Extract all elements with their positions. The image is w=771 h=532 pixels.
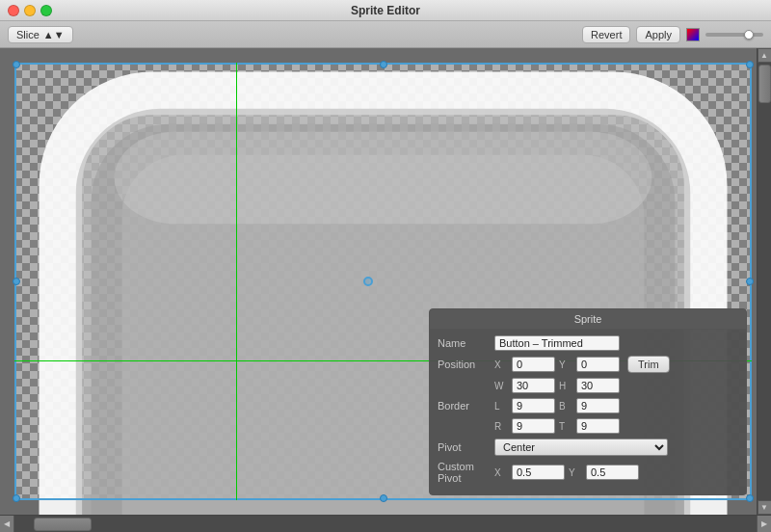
cp-x-label: X: [494, 467, 508, 478]
h-label: H: [559, 381, 572, 391]
y-label: Y: [559, 359, 572, 370]
zoom-slider[interactable]: [705, 33, 763, 37]
dropdown-arrow-icon: ▲▼: [43, 29, 65, 40]
x-input[interactable]: [512, 357, 555, 372]
pivot-row: Pivot Center: [438, 439, 738, 456]
wh-row: W H: [438, 378, 738, 393]
position-row: Position X Y Trim: [438, 356, 738, 373]
cp-y-label: Y: [569, 467, 582, 478]
scroll-down-button[interactable]: ▼: [758, 500, 772, 515]
close-button[interactable]: [8, 5, 19, 16]
revert-button[interactable]: Revert: [582, 26, 630, 43]
cp-y-input[interactable]: [586, 465, 639, 480]
r-label: R: [494, 421, 508, 432]
scroll-right-button[interactable]: ▶: [757, 516, 771, 533]
sprite-panel-title: Sprite: [430, 309, 746, 330]
sprite-panel: Sprite Name Position X Y Trim: [429, 308, 747, 495]
name-row: Name: [438, 335, 738, 351]
w-label: W: [494, 381, 508, 391]
title-bar: Sprite Editor: [0, 0, 771, 21]
rgb-icon: [686, 28, 700, 41]
pivot-dot: [363, 277, 373, 286]
x-label: X: [494, 359, 508, 370]
b-label: B: [559, 401, 572, 412]
border-row1: Border L B: [438, 398, 738, 413]
slice-dropdown[interactable]: Slice ▲▼: [8, 26, 73, 43]
right-scrollbar[interactable]: ▲ ▼: [757, 48, 771, 515]
y-input[interactable]: [576, 357, 620, 372]
scroll-thumb-bottom[interactable]: [34, 518, 92, 531]
r-input[interactable]: [512, 418, 555, 434]
zoom-thumb[interactable]: [744, 30, 754, 40]
color-mode-toggle[interactable]: [686, 28, 700, 41]
window-title: Sprite Editor: [351, 4, 420, 17]
scroll-track-right[interactable]: [758, 63, 771, 500]
toolbar: Slice ▲▼ Revert Apply: [0, 21, 771, 48]
svg-rect-4: [115, 132, 652, 225]
b-input[interactable]: [576, 398, 620, 413]
main-area: Sprite Name Position X Y Trim: [0, 48, 771, 515]
name-input[interactable]: [494, 335, 620, 351]
w-input[interactable]: [512, 378, 555, 393]
scroll-track-bottom[interactable]: [14, 516, 757, 532]
border-label: Border: [438, 400, 491, 412]
l-label: L: [494, 401, 508, 412]
pivot-select[interactable]: Center: [494, 439, 668, 456]
trim-button[interactable]: Trim: [627, 356, 670, 373]
bottom-scrollbar[interactable]: ◀ ▶: [0, 515, 771, 532]
maximize-button[interactable]: [40, 5, 52, 16]
position-label: Position: [438, 359, 491, 370]
slice-label: Slice: [16, 29, 40, 40]
zoom-slider-area[interactable]: [705, 33, 763, 37]
pivot-label: Pivot: [438, 441, 491, 453]
t-label: T: [559, 421, 572, 432]
scroll-up-button[interactable]: ▲: [758, 48, 772, 63]
canvas-area[interactable]: Sprite Name Position X Y Trim: [0, 48, 757, 515]
minimize-button[interactable]: [24, 5, 36, 16]
cp-x-input[interactable]: [512, 465, 565, 480]
scroll-left-button[interactable]: ◀: [0, 516, 14, 533]
scroll-thumb-right[interactable]: [758, 65, 771, 103]
sprite-panel-body: Name Position X Y Trim W H: [430, 330, 746, 494]
name-label: Name: [438, 337, 491, 349]
border-row2: R T: [438, 418, 738, 434]
l-input[interactable]: [512, 398, 555, 413]
traffic-lights: [8, 5, 52, 16]
custom-pivot-row: Custom Pivot X Y: [438, 461, 738, 484]
apply-button[interactable]: Apply: [636, 26, 680, 43]
t-input[interactable]: [576, 418, 620, 434]
custom-pivot-label: Custom Pivot: [438, 461, 491, 484]
h-input[interactable]: [576, 378, 620, 393]
